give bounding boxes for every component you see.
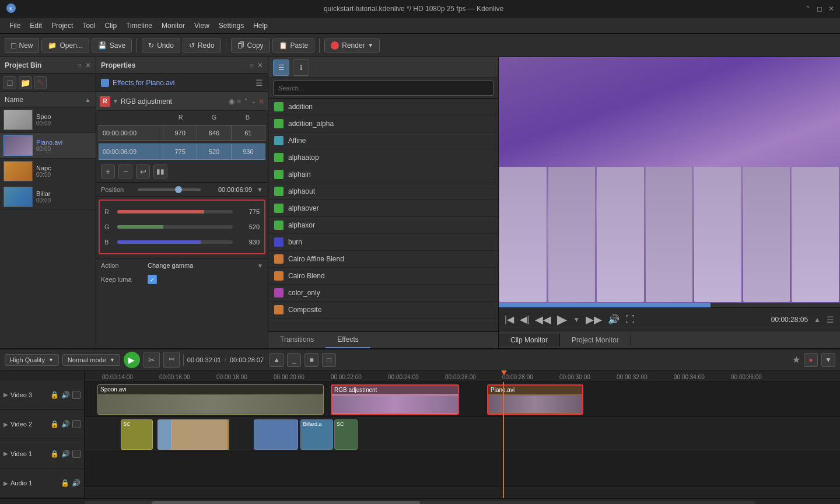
effect-list-item[interactable]: Composite <box>268 302 498 318</box>
rgb-row-2[interactable]: 00:00:06:09 775 520 930 <box>99 144 265 160</box>
list-item[interactable]: Piano.avi 00:00 <box>0 133 96 159</box>
eye-icon[interactable]: ◉ <box>229 97 235 106</box>
billard-clip[interactable]: Billard.a <box>300 419 333 450</box>
tl-split-button[interactable]: ⎶ <box>163 352 180 368</box>
monitor-play-icon[interactable]: ▶ <box>557 312 567 327</box>
monitor-zoom-icon[interactable]: ⛶ <box>625 314 635 325</box>
effects-list-icon[interactable]: ☰ <box>256 78 263 88</box>
tl-play-button[interactable]: ▶ <box>124 352 140 368</box>
list-item[interactable]: Spoo 00:00 <box>0 107 96 133</box>
effect-list-item[interactable]: color_only <box>268 285 498 302</box>
bin-delete-button[interactable]: ␡ <box>34 76 47 89</box>
group-icon[interactable]: ■ <box>304 353 318 367</box>
effect-list-item[interactable]: burn <box>268 234 498 251</box>
monitor-prev-icon[interactable]: ◀◀ <box>535 313 551 326</box>
effect-list-item[interactable]: alphaover <box>268 200 498 217</box>
track-v1-composite-icon[interactable] <box>72 450 80 458</box>
monitor-volume-icon[interactable]: 🔊 <box>608 314 620 325</box>
new-button[interactable]: □ New <box>5 38 39 53</box>
effects-search-input[interactable] <box>273 80 494 96</box>
list-item[interactable]: Billar 00:00 <box>0 184 96 210</box>
list-item[interactable]: Napc 00:00 <box>0 159 96 184</box>
menubar-item-settings[interactable]: Settings <box>214 20 249 32</box>
remove-keyframe-button[interactable]: − <box>118 164 132 178</box>
monitor-settings-icon[interactable]: ☰ <box>827 315 834 324</box>
menubar-item-project[interactable]: Project <box>47 20 78 32</box>
monitor-next-icon[interactable]: ▶▶ <box>586 313 602 326</box>
track-v1-mute-icon[interactable]: 🔊 <box>61 450 70 458</box>
tl-cut-button[interactable]: ✂ <box>144 352 160 368</box>
copy-button[interactable]: 🗍 Copy <box>231 38 270 52</box>
props-pin-icon[interactable]: ○ <box>250 61 254 69</box>
track-a1-mute-icon[interactable]: 🔊 <box>72 479 80 487</box>
effect-down-icon[interactable]: ⌄ <box>251 97 256 105</box>
effect-list-item[interactable]: Cairo Blend <box>268 268 498 285</box>
add-keyframe-button[interactable]: + <box>101 164 115 178</box>
effect-list-item[interactable]: Cairo Affine Blend <box>268 251 498 268</box>
open-button[interactable]: 📁 Open... <box>41 38 89 52</box>
rgb-row-1[interactable]: 00:00:00:00 970 646 61 <box>99 125 265 141</box>
menubar-item-monitor[interactable]: Monitor <box>157 20 190 32</box>
track-v3-expand-icon[interactable]: ▶ <box>4 391 8 398</box>
track-v1-lock-icon[interactable]: 🔒 <box>50 450 59 458</box>
effect-list-item[interactable]: alphaout <box>268 183 498 200</box>
effect-menu-icon[interactable]: ≡ <box>237 97 241 106</box>
ungroup-icon[interactable]: □ <box>322 353 336 367</box>
paste-button[interactable]: 📋 Paste <box>272 38 315 52</box>
redo-button[interactable]: ↺ Redo <box>183 38 221 52</box>
effect-delete-icon[interactable]: ✕ <box>258 97 264 106</box>
b-slider-track[interactable] <box>117 240 233 244</box>
action-dropdown-icon[interactable]: ▼ <box>257 262 263 269</box>
effect-list-item[interactable]: addition <box>268 99 498 116</box>
track-v2-expand-icon[interactable]: ▶ <box>4 421 8 428</box>
snap-icon[interactable]: ▲ <box>270 353 284 367</box>
sc-clip-2[interactable]: SC <box>334 419 358 450</box>
tl-star-icon[interactable]: ★ <box>792 354 800 365</box>
undo-button[interactable]: ↻ Undo <box>142 38 180 52</box>
tab-transitions[interactable]: Transitions <box>268 332 326 348</box>
razor-icon[interactable]: ⎯ <box>287 353 301 367</box>
track-v2-mute-icon[interactable]: 🔊 <box>61 420 70 428</box>
minimize-icon[interactable]: ⌃ <box>805 5 811 13</box>
mode-dropdown[interactable]: Normal mode ▼ <box>62 354 120 366</box>
track-composite-icon[interactable] <box>72 391 80 399</box>
menubar-item-help[interactable]: Help <box>249 20 272 32</box>
position-expand-icon[interactable]: ▼ <box>257 186 263 193</box>
copy-keyframe-button[interactable]: ▮▮ <box>153 164 167 178</box>
effect-list-item[interactable]: addition_alpha <box>268 116 498 132</box>
r-slider-track[interactable] <box>117 210 233 214</box>
piano-clip[interactable]: Piano.avi <box>487 384 583 415</box>
monitor-play-dropdown-icon[interactable]: ▼ <box>573 316 580 324</box>
menubar-item-tool[interactable]: Tool <box>78 20 100 32</box>
menubar-item-timeline[interactable]: Timeline <box>121 20 157 32</box>
monitor-prev-frame-icon[interactable]: ◀| <box>520 314 529 325</box>
quality-dropdown[interactable]: High Quality ▼ <box>5 354 59 366</box>
maximize-icon[interactable]: ◻ <box>817 5 822 13</box>
save-button[interactable]: 💾 Save <box>92 38 132 52</box>
sc-clip[interactable]: SC <box>121 419 153 450</box>
pin-icon[interactable]: ○ <box>78 61 82 69</box>
track-mute-icon[interactable]: 🔊 <box>61 391 70 399</box>
g-slider-track[interactable] <box>117 225 233 229</box>
effect-list-item[interactable]: alphaatop <box>268 149 498 166</box>
menubar-item-file[interactable]: File <box>5 20 25 32</box>
info-icon[interactable]: ℹ <box>293 60 309 76</box>
track-a1-expand-icon[interactable]: ▶ <box>4 480 8 487</box>
tab-effects[interactable]: Effects <box>326 332 370 348</box>
sort-icon[interactable]: ▲ <box>85 96 91 103</box>
track-v2-lock-icon[interactable]: 🔒 <box>50 420 59 428</box>
effect-list-item[interactable]: Affine <box>268 132 498 149</box>
tab-project-monitor[interactable]: Project Monitor <box>560 334 631 346</box>
position-slider[interactable] <box>138 188 201 191</box>
reset-keyframe-button[interactable]: ↩ <box>136 164 150 178</box>
track-v2-composite-icon[interactable] <box>72 420 80 428</box>
effect-list-item[interactable]: alphain <box>268 166 498 183</box>
tl-record-icon[interactable]: ● <box>804 353 818 367</box>
keep-luma-checkbox[interactable]: ✓ <box>148 275 157 284</box>
menubar-item-edit[interactable]: Edit <box>25 20 47 32</box>
props-close-icon[interactable]: ✕ <box>257 61 263 69</box>
video2-clip-3[interactable] <box>171 419 229 450</box>
track-v1-expand-icon[interactable]: ▶ <box>4 450 8 457</box>
list-view-icon[interactable]: ☰ <box>273 60 289 76</box>
video2-clip-4[interactable] <box>254 419 298 450</box>
